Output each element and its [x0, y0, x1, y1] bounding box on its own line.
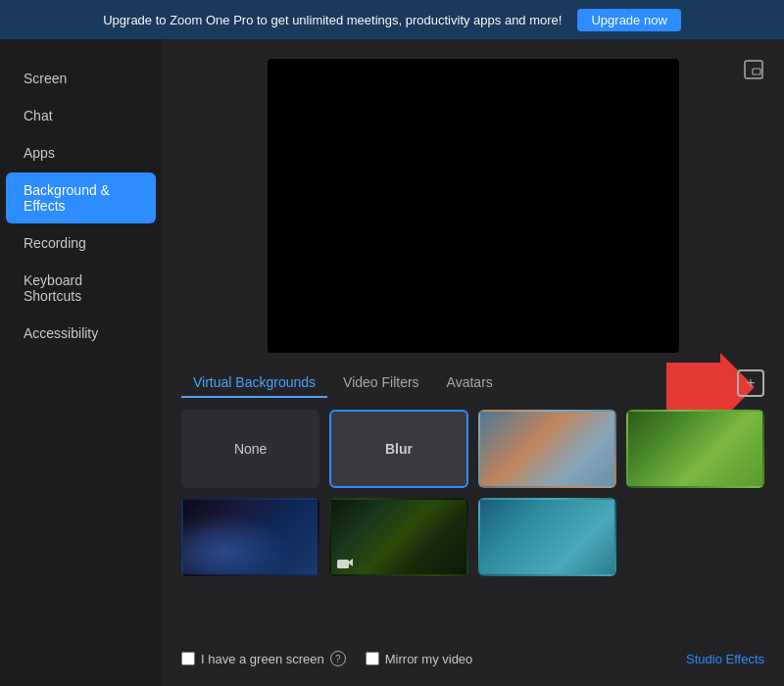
- video-preview: [268, 59, 679, 353]
- video-preview-container: [181, 59, 764, 353]
- mirror-video-checkbox-container[interactable]: Mirror my video: [366, 652, 473, 666]
- tab-virtual-backgrounds[interactable]: Virtual Backgrounds: [181, 368, 327, 398]
- background-aurora[interactable]: [329, 498, 467, 576]
- bottom-bar: I have a green screen ? Mirror my video …: [181, 643, 764, 674]
- svg-rect-1: [753, 69, 760, 74]
- upgrade-button[interactable]: Upgrade now: [577, 9, 680, 31]
- svg-rect-0: [745, 61, 762, 78]
- background-blur-label: Blur: [385, 441, 413, 457]
- sidebar-item-screen[interactable]: Screen: [6, 61, 156, 96]
- mirror-video-label: Mirror my video: [385, 652, 473, 666]
- sidebar: Screen Chat Apps Background & Effects Re…: [0, 39, 162, 686]
- content-area: Virtual Backgrounds Video Filters Avatar…: [162, 39, 784, 686]
- svg-marker-4: [349, 559, 353, 566]
- sidebar-item-recording[interactable]: Recording: [6, 225, 156, 261]
- sidebar-item-chat[interactable]: Chat: [6, 98, 156, 133]
- green-screen-checkbox-container[interactable]: I have a green screen ?: [181, 651, 346, 666]
- sidebar-item-accessibility[interactable]: Accessibility: [6, 316, 156, 351]
- tab-video-filters[interactable]: Video Filters: [331, 368, 431, 398]
- studio-effects-link[interactable]: Studio Effects: [686, 652, 764, 666]
- background-space[interactable]: [181, 498, 319, 576]
- sidebar-item-apps[interactable]: Apps: [6, 135, 156, 171]
- sidebar-item-background[interactable]: Background & Effects: [6, 172, 156, 223]
- tabs-row: Virtual Backgrounds Video Filters Avatar…: [181, 368, 764, 398]
- help-icon[interactable]: ?: [330, 651, 346, 666]
- banner-text: Upgrade to Zoom One Pro to get unlimited…: [103, 13, 562, 27]
- green-screen-checkbox[interactable]: [181, 652, 195, 665]
- pip-icon[interactable]: [743, 59, 764, 85]
- mirror-video-checkbox[interactable]: [366, 652, 379, 665]
- background-none[interactable]: None: [181, 410, 319, 488]
- backgrounds-grid: None Blur: [181, 410, 764, 576]
- background-grass[interactable]: [626, 410, 764, 488]
- add-background-button[interactable]: +: [737, 369, 764, 397]
- tab-avatars[interactable]: Avatars: [435, 368, 505, 398]
- background-blur[interactable]: Blur: [329, 410, 467, 488]
- svg-rect-3: [337, 560, 349, 568]
- background-none-label: None: [234, 441, 267, 457]
- background-golden-gate[interactable]: [478, 410, 616, 488]
- main-layout: Screen Chat Apps Background & Effects Re…: [0, 39, 784, 686]
- camera-icon: [337, 557, 353, 568]
- upgrade-banner: Upgrade to Zoom One Pro to get unlimited…: [0, 0, 784, 39]
- sidebar-item-shortcuts[interactable]: Keyboard Shortcuts: [6, 263, 156, 314]
- green-screen-label: I have a green screen: [201, 652, 324, 666]
- background-beach[interactable]: [478, 498, 616, 576]
